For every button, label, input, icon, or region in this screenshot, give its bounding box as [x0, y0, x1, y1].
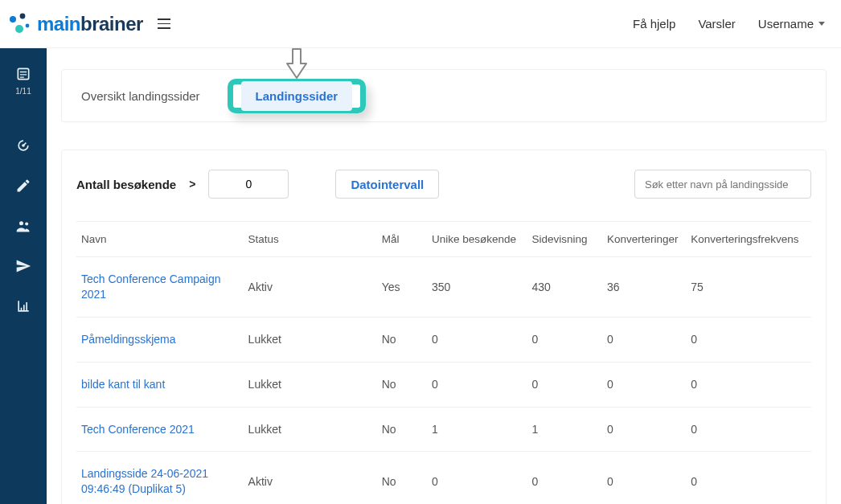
cell-unique: 0: [427, 317, 527, 362]
cell-goal: No: [377, 362, 427, 407]
top-nav: Få hjelp Varsler Username: [633, 17, 825, 31]
cell-goal: No: [377, 317, 427, 362]
col-unique[interactable]: Unike besøkende: [427, 222, 527, 257]
tab-overview[interactable]: Oversikt landingssider: [76, 89, 205, 103]
cell-rate: 0: [686, 452, 811, 504]
tutorial-highlight: Landingssider: [228, 79, 367, 113]
checklist-icon: [14, 64, 33, 84]
cell-conversions: 0: [602, 317, 686, 362]
filter-bar: Antall besøkende > Datointervall: [76, 170, 811, 199]
cell-unique: 350: [427, 257, 527, 318]
pencil-icon[interactable]: [14, 176, 33, 195]
cell-status: Lukket: [244, 362, 377, 407]
cell-conversions: 0: [602, 362, 686, 407]
col-status[interactable]: Status: [244, 222, 377, 257]
greater-than-label: >: [189, 178, 195, 191]
cell-status: Lukket: [244, 407, 377, 452]
svg-point-1: [20, 13, 26, 18]
brand-logo-icon: [6, 11, 32, 37]
chevron-down-icon: [818, 22, 825, 26]
cell-rate: 0: [686, 317, 811, 362]
col-pageviews[interactable]: Sidevisning: [527, 222, 601, 257]
gauge-icon[interactable]: [14, 136, 33, 155]
cell-pageviews: 1: [527, 407, 601, 452]
col-goal[interactable]: Mål: [377, 222, 427, 257]
cell-unique: 0: [427, 362, 527, 407]
user-menu-label: Username: [758, 17, 814, 31]
svg-point-0: [10, 16, 16, 23]
send-icon[interactable]: [14, 256, 33, 276]
tab-landing[interactable]: Landingssider: [241, 81, 353, 111]
cell-rate: 0: [686, 407, 811, 452]
top-bar: mainbrainer Få hjelp Varsler Username: [0, 0, 841, 48]
cell-unique: 0: [427, 452, 527, 504]
visitors-filter-label: Antall besøkende: [76, 178, 176, 191]
cell-goal: No: [377, 407, 427, 452]
landingpage-link[interactable]: Påmeldingsskjema: [81, 332, 176, 347]
dateinterval-button[interactable]: Datointervall: [335, 170, 439, 199]
cell-conversions: 36: [602, 257, 686, 318]
brand-logo-text: mainbrainer: [37, 13, 143, 35]
cell-status: Aktiv: [244, 452, 377, 504]
arrow-pointer-icon: [285, 48, 309, 83]
svg-point-3: [26, 23, 30, 27]
cell-pageviews: 430: [527, 257, 601, 318]
cell-pageviews: 0: [527, 362, 601, 407]
cell-unique: 1: [427, 407, 527, 452]
cell-goal: Yes: [377, 257, 427, 318]
sidebar: 1/11: [0, 48, 47, 504]
brand-logo[interactable]: mainbrainer: [6, 11, 143, 37]
table-row: Tech Conference Campaign 2021AktivYes350…: [76, 257, 811, 318]
user-menu[interactable]: Username: [758, 17, 825, 31]
landingpage-link[interactable]: bilde kant til kant: [81, 377, 165, 392]
table-header-row: Navn Status Mål Unike besøkende Sidevisn…: [76, 222, 811, 257]
cell-conversions: 0: [602, 407, 686, 452]
table-row: bilde kant til kantLukketNo0000: [76, 362, 811, 407]
sidebar-item-progress[interactable]: 1/11: [14, 64, 33, 96]
help-link[interactable]: Få hjelp: [633, 17, 675, 31]
cell-pageviews: 0: [527, 452, 601, 504]
cell-rate: 75: [686, 257, 811, 318]
alerts-link[interactable]: Varsler: [698, 17, 735, 31]
tab-landing-wrapper: Landingssider: [228, 81, 367, 111]
page-tabs: Oversikt landingssider Landingssider: [61, 69, 827, 122]
landingpage-link[interactable]: Tech Conference 2021: [81, 422, 195, 437]
cell-status: Lukket: [244, 317, 377, 362]
cell-rate: 0: [686, 362, 811, 407]
sidebar-progress-counter: 1/11: [15, 87, 31, 96]
users-icon[interactable]: [14, 216, 33, 236]
table-row: Tech Conference 2021LukketNo1100: [76, 407, 811, 452]
table-row: PåmeldingsskjemaLukketNo0000: [76, 317, 811, 362]
col-conversionrate[interactable]: Konverteringsfrekvens: [686, 222, 811, 257]
cell-goal: No: [377, 452, 427, 504]
landingpage-link[interactable]: Tech Conference Campaign 2021: [81, 272, 226, 302]
col-conversions[interactable]: Konverteringer: [602, 222, 686, 257]
cell-pageviews: 0: [527, 317, 601, 362]
svg-point-7: [25, 223, 28, 226]
svg-point-2: [15, 25, 23, 33]
landingpage-link[interactable]: Landingsside 24-06-2021 09:46:49 (Duplik…: [81, 466, 226, 497]
main-content: Oversikt landingssider Landingssider Ant…: [47, 48, 841, 504]
visitors-filter-input[interactable]: [208, 170, 289, 199]
table-row: Landingsside 24-06-2021 09:46:49 (Duplik…: [76, 452, 811, 504]
cell-conversions: 0: [602, 452, 686, 504]
menu-toggle-icon[interactable]: [153, 14, 175, 34]
results-panel: Antall besøkende > Datointervall Navn St…: [61, 150, 827, 504]
chart-icon[interactable]: [14, 297, 33, 316]
search-input[interactable]: [634, 170, 811, 199]
landingpages-table: Navn Status Mål Unike besøkende Sidevisn…: [76, 221, 811, 504]
cell-status: Aktiv: [244, 257, 377, 318]
col-name[interactable]: Navn: [76, 222, 244, 257]
svg-point-6: [19, 221, 23, 225]
